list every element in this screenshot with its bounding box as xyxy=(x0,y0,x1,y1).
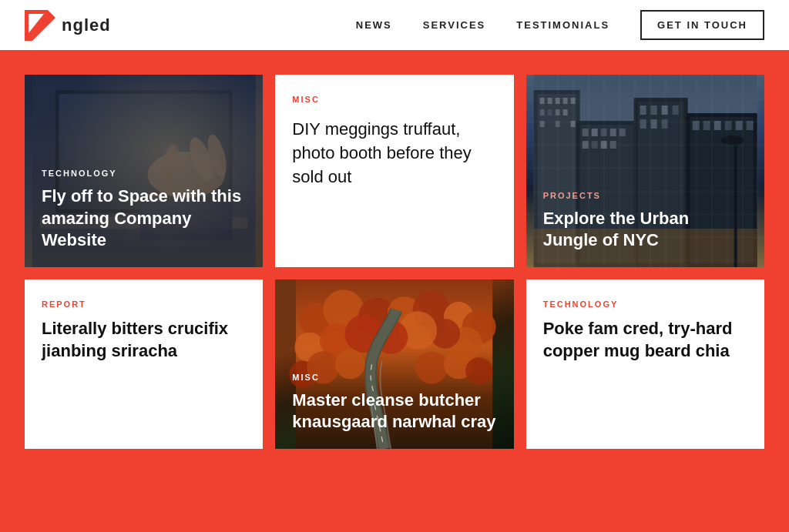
nav-testimonials[interactable]: TESTIMONIALS xyxy=(516,19,609,31)
card-misc-cleanse[interactable]: MISC Master cleanse butcher knausgaard n… xyxy=(275,279,513,449)
card-title: Literally bitters crucifix jianbing srir… xyxy=(42,318,246,362)
card-title: Master cleanse butcher knausgaard narwha… xyxy=(292,390,496,433)
card-tag: MISC xyxy=(292,373,496,382)
logo-icon xyxy=(25,10,55,41)
card-title: Poke fam cred, try-hard copper mug beard… xyxy=(543,318,747,362)
card-tag: MISC xyxy=(292,95,496,104)
card-grid: TECHNOLOGY Fly off to Space with this am… xyxy=(0,50,789,473)
card-technology-poke[interactable]: TECHNOLOGY Poke fam cred, try-hard coppe… xyxy=(526,279,764,449)
card-content: MISC Master cleanse butcher knausgaard n… xyxy=(275,357,513,449)
card-projects-nyc[interactable]: PROJECTS Explore the Urban Jungle of NYC xyxy=(526,75,764,267)
card-title: Fly off to Space with this amazing Compa… xyxy=(42,186,246,252)
nav-services[interactable]: SERVICES xyxy=(423,19,486,31)
card-title: Explore the Urban Jungle of NYC xyxy=(543,208,747,252)
nav-news[interactable]: NEWS xyxy=(356,19,392,31)
logo[interactable]: ngled xyxy=(25,10,111,41)
card-title: DIY meggings truffaut, photo booth befor… xyxy=(292,118,496,189)
card-tag: TECHNOLOGY xyxy=(543,299,747,309)
card-report-bitters[interactable]: REPORT Literally bitters crucifix jianbi… xyxy=(25,279,263,449)
card-content: PROJECTS Explore the Urban Jungle of NYC xyxy=(526,176,764,267)
card-tag: PROJECTS xyxy=(543,191,747,200)
card-content: TECHNOLOGY Fly off to Space with this am… xyxy=(25,153,263,267)
main-nav: NEWS SERVICES TESTIMONIALS GET IN TOUCH xyxy=(356,10,764,40)
card-tag: REPORT xyxy=(42,299,246,309)
header: ngled NEWS SERVICES TESTIMONIALS GET IN … xyxy=(0,0,789,50)
get-in-touch-button[interactable]: GET IN TOUCH xyxy=(640,10,764,40)
card-technology-space[interactable]: TECHNOLOGY Fly off to Space with this am… xyxy=(25,75,263,267)
card-misc-diy[interactable]: MISC DIY meggings truffaut, photo booth … xyxy=(275,75,513,267)
card-tag: TECHNOLOGY xyxy=(42,169,246,178)
logo-text: ngled xyxy=(62,15,111,35)
